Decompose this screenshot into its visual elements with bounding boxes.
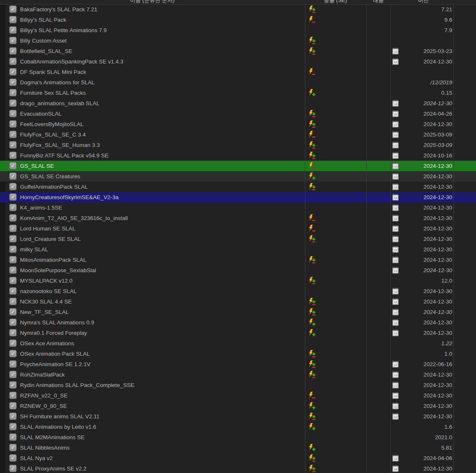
mod-row[interactable]: ✓ MitosAnimationPack SLAL 2024-12-30 xyxy=(0,255,476,265)
mod-row[interactable]: ✓ Billyy's SLAL Petite Animations 7.9 7.… xyxy=(0,25,476,35)
mod-enabled-checkbox[interactable]: ✓ xyxy=(9,204,17,211)
mod-row[interactable]: ✓ OSex Ace Animations 1.22 xyxy=(0,338,476,349)
mod-row[interactable]: ✓ FlufyFox_SLAL_SE_C 3.4 2025-03-09 xyxy=(0,129,476,140)
mod-enabled-checkbox[interactable]: ✓ xyxy=(9,308,17,316)
column-header-name[interactable]: 이름 (분류된 순서) xyxy=(130,0,175,4)
mod-row[interactable]: ✓ RZNEW_0_80_SE 2024-12-30 xyxy=(0,401,476,411)
mod-enabled-checkbox[interactable]: ✓ xyxy=(9,162,17,169)
mod-row[interactable]: ✓ RZFAN_v22_0_SE 2024-12-30 xyxy=(0,390,476,401)
conflict-flag-slot xyxy=(308,454,316,462)
version-value: 2024-12-30 xyxy=(423,182,452,192)
mod-row[interactable]: ✓ Rydin Animations SLAL Pack_Complete_SS… xyxy=(0,380,476,390)
mod-enabled-checkbox[interactable]: ✓ xyxy=(9,412,17,420)
mod-enabled-checkbox[interactable]: ✓ xyxy=(9,444,17,451)
mod-enabled-checkbox[interactable]: ✓ xyxy=(9,392,17,399)
mod-row[interactable]: ✓ Nymra0.1 Forced Foreplay 2024-12-30 xyxy=(0,328,476,338)
mod-enabled-checkbox[interactable]: ✓ xyxy=(9,37,17,44)
mod-row[interactable]: ✓ GS_SLAL SE 2024-12-30 xyxy=(0,161,476,171)
mod-row[interactable]: ✓ SH Furniture anims SLAL V2.11 2024-12-… xyxy=(0,411,476,422)
mod-row[interactable]: ✓ NCK30 SLAL 4.4 SE 2024-12-30 xyxy=(0,296,476,307)
mod-enabled-checkbox[interactable]: ✓ xyxy=(9,339,17,347)
mod-row[interactable]: ✓ DF Spank SLAL Mini Pack xyxy=(0,67,476,77)
mod-row[interactable]: ✓ GuffelAnimationPack SLAL 2024-12-30 xyxy=(0,182,476,192)
mod-enabled-checkbox[interactable]: ✓ xyxy=(9,381,17,389)
mod-row[interactable]: ✓ MYSLALPACK v12.0 12.0 xyxy=(0,276,476,286)
mod-row[interactable]: ✓ SLAL ProxyAnims SE v2.2 2024-12-30 xyxy=(0,463,476,473)
mod-enabled-checkbox[interactable]: ✓ xyxy=(9,465,17,472)
lightning-plus-minus-icon xyxy=(308,298,316,306)
mod-enabled-checkbox[interactable]: ✓ xyxy=(9,68,17,76)
mod-enabled-checkbox[interactable]: ✓ xyxy=(9,371,17,378)
mod-enabled-checkbox[interactable]: ✓ xyxy=(9,433,17,441)
mod-enabled-checkbox[interactable]: ✓ xyxy=(9,47,17,55)
mod-row[interactable]: ✓ MoonSolePurpose_SexlabSlal 2024-12-30 xyxy=(0,265,476,276)
mod-enabled-checkbox[interactable]: ✓ xyxy=(9,454,17,462)
mod-row[interactable]: ✓ milky SLAL 2024-12-30 xyxy=(0,244,476,255)
mod-row[interactable]: ✓ SLAL Nya v2 2024-04-06 xyxy=(0,453,476,463)
mod-enabled-checkbox[interactable]: ✓ xyxy=(9,120,17,128)
mod-enabled-checkbox[interactable]: ✓ xyxy=(9,277,17,284)
mod-row[interactable]: ✓ PsycheAnimation SE 1.2.1V 2022-06-16 xyxy=(0,359,476,369)
mod-row[interactable]: ✓ RohZimaSlalPack 2024-12-30 xyxy=(0,369,476,380)
mod-row[interactable]: ✓ GS_SLAL SE Creatures 2024-12-30 xyxy=(0,171,476,182)
column-header-content[interactable]: 내용 xyxy=(373,0,384,4)
mod-name: Rydin Animations SLAL Pack_Complete_SSE xyxy=(20,380,134,390)
lightning-plus-minus-icon xyxy=(308,350,316,358)
mod-enabled-checkbox[interactable]: ✓ xyxy=(9,110,17,117)
mod-row[interactable]: ✓ Furniture Sex SLAL Packs 0.15 xyxy=(0,88,476,98)
mod-enabled-checkbox[interactable]: ✓ xyxy=(9,152,17,159)
mod-row[interactable]: ✓ Lord_Creature SE SLAL 2024-12-30 xyxy=(0,234,476,244)
mod-row[interactable]: ✓ Billy Custom Asset xyxy=(0,35,476,46)
mod-enabled-checkbox[interactable]: ✓ xyxy=(9,245,17,253)
mod-enabled-checkbox[interactable]: ✓ xyxy=(9,172,17,180)
column-header-conflicts[interactable]: 충돌 (SE) xyxy=(324,0,347,4)
mod-row[interactable]: ✓ CobaltAnimationSpankingPack SE v1.4.3 … xyxy=(0,56,476,67)
mod-row[interactable]: ✓ Nymra's SLAL Animations 0.9 2024-12-30 xyxy=(0,317,476,328)
mod-row[interactable]: ✓ Dogma's Animations for SLAL /12/2019 xyxy=(0,77,476,88)
mod-name: Dogma's Animations for SLAL xyxy=(20,77,95,88)
mod-row[interactable]: ✓ Bottlefield_SLAL_SE 2025-03-23 xyxy=(0,46,476,56)
mod-enabled-checkbox[interactable]: ✓ xyxy=(9,256,17,263)
mod-row[interactable]: ✓ nazonootoko SE SLAL 2024-12-30 xyxy=(0,286,476,296)
mod-enabled-checkbox[interactable]: ✓ xyxy=(9,131,17,138)
mod-row[interactable]: ✓ Lord Human SE SLAL 2024-12-30 xyxy=(0,223,476,234)
mod-row[interactable]: ✓ KomAnim_T2_AIO_SE_323616c_to_install 2… xyxy=(0,213,476,223)
mod-enabled-checkbox[interactable]: ✓ xyxy=(9,350,17,357)
mod-row[interactable]: ✓ FeetLoversByMojitoSLAL 2024-12-30 xyxy=(0,119,476,129)
mod-row[interactable]: ✓ New_TF_SE_SLAL 2024-12-30 xyxy=(0,307,476,317)
mod-row[interactable]: ✓ HornyCreaturesofSkyrimSE&AE_V2-3a 2024… xyxy=(0,192,476,202)
mod-enabled-checkbox[interactable]: ✓ xyxy=(9,193,17,201)
mod-row[interactable]: ✓ Billyy's SLAL Pack 9.6 xyxy=(0,15,476,25)
mod-row[interactable]: ✓ drago_animations_sexlab SLAL 2024-12-3… xyxy=(0,98,476,109)
mod-enabled-checkbox[interactable]: ✓ xyxy=(9,214,17,222)
mod-enabled-checkbox[interactable]: ✓ xyxy=(9,99,17,107)
mod-enabled-checkbox[interactable]: ✓ xyxy=(9,58,17,65)
mod-enabled-checkbox[interactable]: ✓ xyxy=(9,16,17,23)
mod-row[interactable]: ✓ FlufyFox_SLAL_SE_Human 3.3 2025-03-09 xyxy=(0,140,476,150)
mod-enabled-checkbox[interactable]: ✓ xyxy=(9,402,17,410)
mod-enabled-checkbox[interactable]: ✓ xyxy=(9,329,17,336)
mod-enabled-checkbox[interactable]: ✓ xyxy=(9,26,17,34)
mod-enabled-checkbox[interactable]: ✓ xyxy=(9,5,17,13)
mod-row[interactable]: ✓ BakaFactory's SLAL Pack 7.21 7.21 xyxy=(0,4,476,15)
mod-enabled-checkbox[interactable]: ✓ xyxy=(9,89,17,96)
mod-row[interactable]: ✓ SLAL M2MAnimations SE 2021.0 xyxy=(0,432,476,443)
mod-row[interactable]: ✓ EvacuationSLAL 2024-04-26 xyxy=(0,109,476,119)
mod-enabled-checkbox[interactable]: ✓ xyxy=(9,319,17,326)
column-header-version[interactable]: 버전 xyxy=(418,0,429,4)
mod-enabled-checkbox[interactable]: ✓ xyxy=(9,287,17,295)
mod-enabled-checkbox[interactable]: ✓ xyxy=(9,225,17,232)
mod-row[interactable]: ✓ OSex Animation Pack SLAL 1.0 xyxy=(0,349,476,359)
mod-enabled-checkbox[interactable]: ✓ xyxy=(9,360,17,368)
mod-enabled-checkbox[interactable]: ✓ xyxy=(9,235,17,243)
mod-enabled-checkbox[interactable]: ✓ xyxy=(9,78,17,86)
mod-enabled-checkbox[interactable]: ✓ xyxy=(9,141,17,149)
mod-row[interactable]: ✓ SLAL Animations by Leito v1.6 1.6 xyxy=(0,422,476,432)
mod-row[interactable]: ✓ FunnyBiz ATF SLAL Pack v54.9 SE 2024-1… xyxy=(0,150,476,161)
mod-row[interactable]: ✓ K4_anims-1.5SE 2024-12-30 xyxy=(0,202,476,213)
mod-enabled-checkbox[interactable]: ✓ xyxy=(9,298,17,305)
mod-row[interactable]: ✓ SLAL NibblesAnims 5.81 xyxy=(0,443,476,453)
mod-enabled-checkbox[interactable]: ✓ xyxy=(9,183,17,190)
mod-enabled-checkbox[interactable]: ✓ xyxy=(9,423,17,430)
mod-enabled-checkbox[interactable]: ✓ xyxy=(9,266,17,274)
